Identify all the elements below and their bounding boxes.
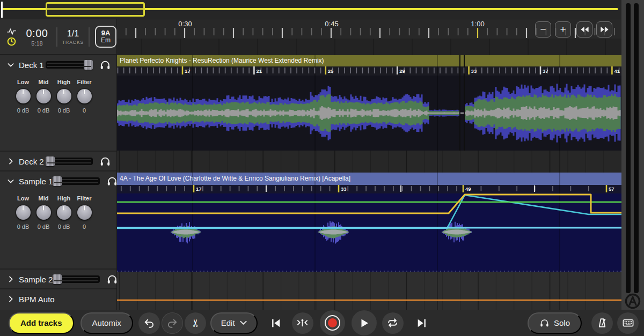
deck2-header[interactable]: Deck 2 [0,152,116,171]
key-badge[interactable]: 9A Em [95,26,116,48]
sidebar-section-bpm-auto: BPM Auto [0,289,116,309]
chevron-right-icon[interactable] [6,157,15,166]
sample1-high-knob[interactable] [57,205,71,220]
play-button[interactable] [352,310,377,335]
play-icon [357,317,370,330]
add-tracks-button[interactable]: Add tracks [9,312,74,334]
sample1-eq-knobs: Low0 dB Mid0 dB High0 dB Filter0 [0,191,105,230]
rewind-button[interactable] [576,21,592,38]
record-button[interactable] [320,310,345,335]
sidebar: 0:00 5:18 1/1 TRACKS 9A Em Deck 1 [0,19,117,310]
metronome-button[interactable] [591,312,613,334]
time-display: 0:00 5:18 [20,27,54,47]
overview-viewport-box[interactable] [46,2,145,17]
automix-button[interactable]: Automix [80,312,133,334]
sample1-volume-slider[interactable] [53,177,100,185]
playhead-marker-icon [296,317,309,329]
divider [89,27,90,47]
dj-app-window: 0:00 5:18 1/1 TRACKS 9A Em Deck 1 [0,0,644,336]
sidebar-section-deck2: Deck 2 [0,152,116,171]
undo-button[interactable] [138,312,160,334]
sample1-volume-handle[interactable] [53,176,62,186]
skip-start-icon [270,317,282,329]
deck1-low-knob[interactable] [16,89,31,103]
deck1-label: Deck 1 [19,61,46,70]
transport-toolbar: Add tracks Automix ✂ Edit S [0,310,644,336]
sample2-header[interactable]: Sample 2 [0,270,116,289]
divider [56,27,57,47]
sample1-automation-region[interactable] [117,193,621,272]
sidebar-section-deck1: Deck 1 Low0 dB Mid0 dB High0 dB Filter0 [0,55,116,152]
deck1-waveform-region[interactable] [117,76,621,151]
zoom-out-button[interactable]: − [535,21,551,38]
deck1-high-knob[interactable] [57,89,71,103]
deck1-beat-ruler [117,66,621,76]
headphones-icon[interactable] [99,59,111,71]
record-icon [325,315,340,331]
deck2-label: Deck 2 [19,157,46,166]
redo-icon [166,317,178,329]
sample1-header[interactable]: Sample 1 [0,171,116,191]
headphones-icon [539,318,550,328]
chevron-down-icon[interactable] [6,177,15,185]
chevron-down-icon [240,320,247,325]
deck1-track-title-bar[interactable]: Planet Perfecto Knights - ResuRection (M… [117,55,621,66]
keyboard-shortcuts-button[interactable] [617,312,639,334]
metronome-icon [596,317,608,329]
split-button[interactable]: ✂ [185,312,206,334]
deck1-volume-slider[interactable] [46,61,93,69]
overview-playhead[interactable] [1,2,3,18]
skip-to-end-button[interactable] [411,312,433,334]
timeline-area[interactable]: Planet Perfecto Knights - ResuRection (M… [117,19,621,310]
meter-left-channel [626,3,631,293]
time-ruler-lower[interactable] [117,39,621,55]
bpm-lane[interactable] [117,272,621,310]
chevron-right-icon[interactable] [6,275,15,283]
skip-end-icon [416,317,428,329]
deck1-mid-knob[interactable] [36,89,51,103]
keyboard-icon [622,317,634,329]
sample1-beat-ruler [117,185,621,193]
repeat-icon [386,317,399,329]
chevron-down-icon[interactable] [6,61,15,69]
zoom-in-button[interactable]: + [555,21,571,38]
sample2-label: Sample 2 [19,275,53,284]
deck1-eq-knobs: Low0 dB Mid0 dB High0 dB Filter0 [0,74,105,114]
loop-button[interactable] [382,312,404,334]
headphones-icon[interactable] [99,155,111,167]
deck1-filter-knob[interactable] [77,89,92,103]
total-duration: 5:18 [20,40,54,47]
song-overview-strip[interactable] [0,0,621,19]
output-meters-panel [621,0,644,310]
redo-button[interactable] [162,312,183,334]
sidebar-section-sample2: Sample 2 [0,270,116,289]
deck2-volume-handle[interactable] [46,156,55,166]
sample2-volume-handle[interactable] [53,274,62,284]
sample1-track-title-bar[interactable]: 4A - The Age Of Love (Charlotte de Witte… [117,173,621,185]
current-time: 0:00 [20,27,54,40]
undo-icon [143,317,155,329]
bpm-auto-label: BPM Auto [19,295,111,304]
session-info-bar: 0:00 5:18 1/1 TRACKS 9A Em [0,19,116,55]
chevron-right-icon[interactable] [6,295,15,303]
track-counter: 1/1 TRACKS [60,29,86,45]
sample1-filter-knob[interactable] [77,205,92,220]
deck1-volume-handle[interactable] [84,60,93,70]
clock-icon[interactable] [7,37,16,46]
bpm-auto-header[interactable]: BPM Auto [0,289,116,309]
scissors-icon: ✂ [189,319,201,327]
skip-to-start-button[interactable] [265,312,287,334]
sidebar-section-sample1: Sample 1 Low0 dB Mid0 dB High0 dB Filter… [0,171,116,270]
jump-to-playhead-button[interactable] [292,312,313,334]
automix-logo-icon [624,293,641,310]
waveform-activity-icon [7,28,16,35]
deck2-empty-lane[interactable] [117,151,621,173]
sample2-volume-slider[interactable] [53,275,100,283]
fast-forward-button[interactable] [596,21,612,38]
sample1-low-knob[interactable] [16,205,31,220]
sample1-mid-knob[interactable] [36,205,51,220]
deck2-volume-slider[interactable] [46,158,93,165]
solo-button[interactable]: Solo [528,312,582,334]
deck1-header[interactable]: Deck 1 [0,55,116,74]
edit-menu-button[interactable]: Edit [210,312,258,334]
